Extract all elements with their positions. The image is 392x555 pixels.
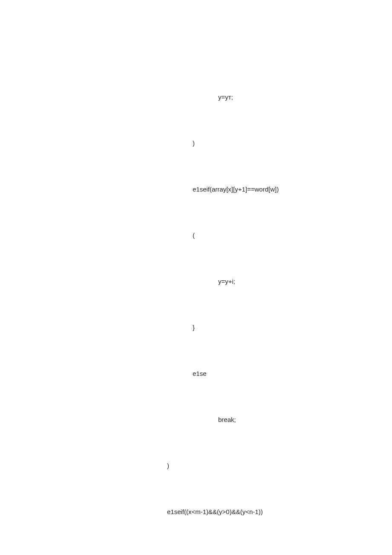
code-line: (: [0, 228, 392, 243]
code-line: }: [0, 320, 392, 335]
code-line: e1se: [0, 366, 392, 381]
code-line: ): [0, 136, 392, 151]
document-page: y=yт; ) e1seif(array[x][y+1]==word[w]) (…: [0, 0, 392, 555]
code-line: e1seif(array[x][y+1]==word[w]): [0, 182, 392, 197]
code-line: y=yт;: [0, 90, 392, 105]
code-line: break;: [0, 412, 392, 427]
code-line: {: [0, 550, 392, 555]
code-line: e1seif((x<m-1)&&(y>0)&&(y<n-1)): [0, 504, 392, 520]
code-block: y=yт; ) e1seif(array[x][y+1]==word[w]) (…: [0, 59, 392, 555]
code-line: ): [0, 458, 392, 474]
code-line: y=y+i;: [0, 274, 392, 289]
